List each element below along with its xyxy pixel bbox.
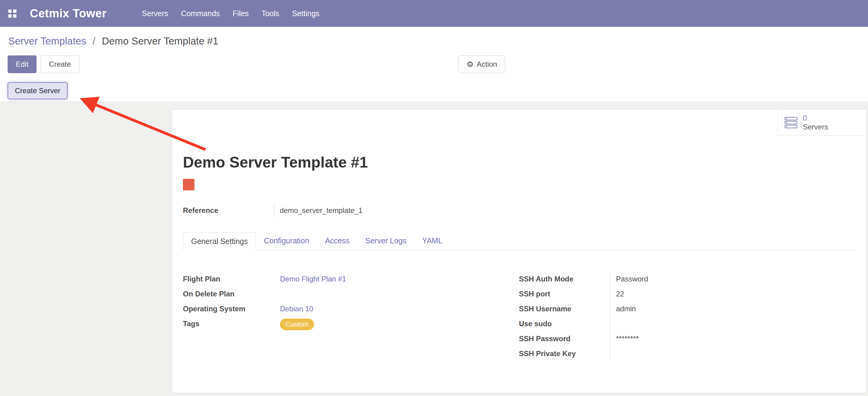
- servers-stat-text: 0 Servers: [803, 114, 828, 131]
- record-color-swatch[interactable]: [183, 179, 194, 190]
- servers-stat-label: Servers: [803, 122, 828, 131]
- breadcrumb: Server Templates / Demo Server Template …: [0, 27, 868, 47]
- fields-section: Flight Plan On Delete Plan Operating Sys…: [183, 272, 855, 361]
- ssh-username-value: admin: [616, 301, 855, 316]
- right-values: Password 22 admin ********: [610, 272, 855, 361]
- field-label-on-delete-plan: On Delete Plan: [183, 286, 280, 301]
- apps-grid-icon[interactable]: [8, 9, 17, 18]
- gear-icon: ⚙: [467, 60, 473, 68]
- tab-general-settings[interactable]: General Settings: [183, 232, 256, 250]
- menu-item-files[interactable]: Files: [232, 9, 249, 18]
- server-template-card: 0 Servers Demo Server Template #1 Refere…: [172, 109, 866, 393]
- apps-grid-dot: [8, 14, 11, 18]
- fields-right-column: SSH Auth Mode SSH port SSH Username Use …: [519, 272, 855, 361]
- tab-yaml[interactable]: YAML: [414, 232, 450, 250]
- apps-grid-dot: [13, 9, 17, 13]
- breadcrumb-current: Demo Server Template #1: [102, 35, 219, 47]
- record-title: Demo Server Template #1: [183, 154, 866, 171]
- menu-item-settings[interactable]: Settings: [292, 9, 319, 18]
- field-label-operating-system: Operating System: [183, 301, 280, 316]
- ssh-private-key-value: [616, 346, 855, 361]
- fields-left-column: Flight Plan On Delete Plan Operating Sys…: [183, 272, 519, 361]
- reference-row: Reference demo_server_template_1: [183, 204, 866, 217]
- field-label-flight-plan: Flight Plan: [183, 272, 280, 286]
- server-stack-icon: [785, 117, 798, 128]
- edit-button[interactable]: Edit: [8, 55, 36, 73]
- apps-grid-dot: [13, 14, 17, 18]
- main-menu: Servers Commands Files Tools Settings: [142, 9, 319, 18]
- field-label-ssh-auth-mode: SSH Auth Mode: [519, 272, 610, 286]
- create-server-button[interactable]: Create Server: [8, 82, 68, 99]
- tab-server-logs[interactable]: Server Logs: [358, 232, 414, 250]
- top-navbar: Cetmix Tower Servers Commands Files Tool…: [0, 0, 868, 27]
- field-separator: [274, 204, 274, 217]
- ssh-password-value: ********: [616, 331, 855, 346]
- reference-label: Reference: [183, 206, 274, 215]
- field-label-ssh-port: SSH port: [519, 286, 610, 301]
- ssh-auth-mode-value: Password: [616, 272, 855, 286]
- create-server-row: Create Server: [0, 82, 868, 102]
- operating-system-link[interactable]: Debian 10: [280, 305, 313, 313]
- use-sudo-value: [616, 316, 855, 331]
- apps-grid-dot: [8, 9, 11, 13]
- field-label-ssh-username: SSH Username: [519, 301, 610, 316]
- field-label-tags: Tags: [183, 316, 280, 331]
- tab-configuration[interactable]: Configuration: [256, 232, 317, 250]
- left-values: Demo Flight Plan #1 Debian 10 Custom: [280, 272, 519, 361]
- servers-stat-button[interactable]: 0 Servers: [778, 110, 866, 136]
- action-button-label: Action: [476, 60, 497, 68]
- content-area: 0 Servers Demo Server Template #1 Refere…: [0, 102, 868, 396]
- ssh-port-value: 22: [616, 286, 855, 301]
- tag-custom[interactable]: Custom: [280, 319, 314, 330]
- breadcrumb-parent-link[interactable]: Server Templates: [8, 35, 86, 47]
- servers-stat-value: 0: [803, 114, 828, 122]
- tab-bar: General Settings Configuration Access Se…: [183, 232, 855, 250]
- app-brand[interactable]: Cetmix Tower: [30, 7, 106, 20]
- flight-plan-link[interactable]: Demo Flight Plan #1: [280, 275, 346, 283]
- action-button[interactable]: ⚙ Action: [458, 55, 505, 73]
- right-labels: SSH Auth Mode SSH port SSH Username Use …: [519, 272, 610, 361]
- field-label-ssh-password: SSH Password: [519, 331, 610, 346]
- reference-value: demo_server_template_1: [280, 206, 363, 215]
- tab-access[interactable]: Access: [317, 232, 358, 250]
- breadcrumb-separator: /: [93, 35, 95, 47]
- toolbar: Edit Create ⚙ Action: [0, 55, 868, 73]
- field-label-ssh-private-key: SSH Private Key: [519, 346, 610, 361]
- menu-item-servers[interactable]: Servers: [142, 9, 168, 18]
- menu-item-commands[interactable]: Commands: [181, 9, 220, 18]
- create-button[interactable]: Create: [41, 55, 79, 73]
- left-labels: Flight Plan On Delete Plan Operating Sys…: [183, 272, 280, 361]
- field-label-use-sudo: Use sudo: [519, 316, 610, 331]
- menu-item-tools[interactable]: Tools: [261, 9, 279, 18]
